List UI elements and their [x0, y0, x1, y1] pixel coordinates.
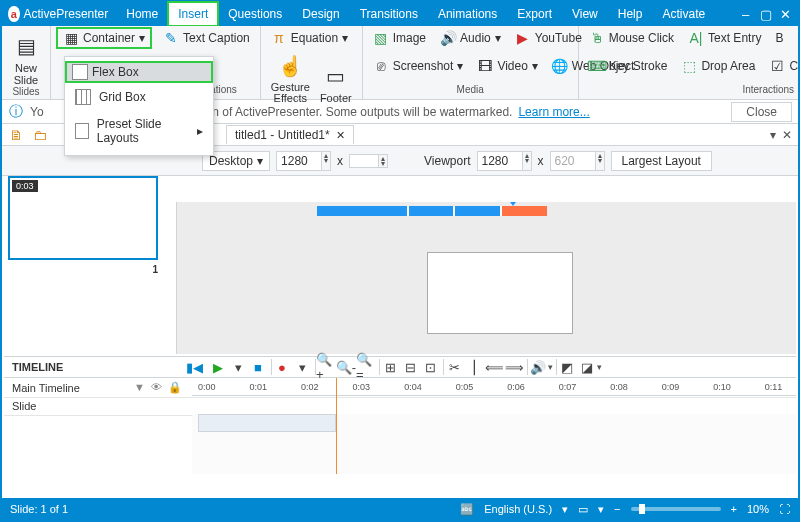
- close-panel-icon[interactable]: ✕: [782, 128, 792, 142]
- timeline-ruler[interactable]: 0:00 0:01 0:02 0:03 0:04 0:05 0:06 0:07 …: [192, 378, 796, 396]
- folder-icon[interactable]: 🗀: [32, 127, 48, 143]
- chevron-down-icon[interactable]: ▾: [597, 362, 602, 372]
- record-icon[interactable]: ●: [272, 357, 292, 377]
- record-dropdown-icon[interactable]: ▾: [292, 357, 312, 377]
- extra-c-button[interactable]: ☑C: [765, 56, 800, 76]
- viewport-height-input[interactable]: 620: [550, 151, 596, 171]
- responsive-marker-icon[interactable]: [507, 202, 519, 206]
- chevron-down-icon[interactable]: ▾: [562, 503, 568, 516]
- youtube-button[interactable]: ▶YouTube: [511, 28, 586, 48]
- snap-3-icon[interactable]: ⊡: [420, 357, 440, 377]
- document-tab-close-icon[interactable]: ✕: [336, 129, 345, 142]
- gesture-button[interactable]: ☝ Gesture Effects: [267, 48, 314, 104]
- zoom-in-icon[interactable]: +: [731, 503, 737, 515]
- largest-layout-button[interactable]: Largest Layout: [611, 151, 712, 171]
- width-input[interactable]: 1280: [276, 151, 322, 171]
- playhead[interactable]: [336, 378, 337, 474]
- tab-help[interactable]: Help: [608, 2, 653, 26]
- tab-export[interactable]: Export: [507, 2, 562, 26]
- lock-icon[interactable]: 🔒: [168, 381, 182, 394]
- visibility-icon[interactable]: 👁: [151, 381, 162, 394]
- slide-clip[interactable]: [198, 414, 336, 432]
- document-tab[interactable]: titled1 - Untitled1* ✕: [226, 125, 354, 144]
- layout-view-icon[interactable]: ▭: [578, 503, 588, 516]
- play-icon[interactable]: ▶: [208, 357, 228, 377]
- chevron-down-icon[interactable]: ▾: [598, 503, 604, 516]
- viewport-width-input[interactable]: 1280: [477, 151, 523, 171]
- info-close-button[interactable]: Close: [731, 102, 792, 122]
- equation-icon: π: [271, 30, 287, 46]
- window-minimize-icon[interactable]: –: [735, 2, 755, 26]
- slide-canvas[interactable]: [427, 252, 573, 334]
- grid-box-label: Grid Box: [99, 90, 146, 104]
- tab-view[interactable]: View: [562, 2, 608, 26]
- zoom-fit-icon[interactable]: 🔍=: [356, 357, 376, 377]
- chevron-down-icon: ▾: [139, 31, 145, 45]
- height-spinner[interactable]: ▴▾: [379, 154, 388, 168]
- window-maximize-icon[interactable]: ▢: [756, 2, 776, 26]
- slide-count-label: Slide: 1 of 1: [10, 503, 68, 515]
- height-input[interactable]: [349, 154, 379, 168]
- zoom-in-icon[interactable]: 🔍+: [316, 357, 336, 377]
- image-button[interactable]: ▧Image: [369, 28, 430, 48]
- crop-start-icon[interactable]: ⟸: [484, 357, 504, 377]
- tab-animations[interactable]: Animations: [428, 2, 507, 26]
- extra-b-button[interactable]: B: [771, 28, 787, 48]
- mouse-click-button[interactable]: 🖱Mouse Click: [585, 28, 678, 48]
- snap-1-icon[interactable]: ⊞: [380, 357, 400, 377]
- footer-button[interactable]: ▭ Footer: [316, 58, 356, 104]
- responsive-bar[interactable]: [317, 206, 547, 216]
- fit-screen-icon[interactable]: ⛶: [779, 503, 790, 515]
- tab-transitions[interactable]: Transitions: [350, 2, 428, 26]
- stop-icon[interactable]: ■: [248, 357, 268, 377]
- cut-icon[interactable]: ✂: [444, 357, 464, 377]
- zoom-out-icon[interactable]: −: [614, 503, 620, 515]
- container-menu-grid-box[interactable]: Grid Box: [65, 83, 213, 111]
- new-slide-button[interactable]: ▤ New Slide: [8, 28, 44, 86]
- tab-design[interactable]: Design: [292, 2, 349, 26]
- container-menu-presets[interactable]: Preset Slide Layouts ▸: [65, 111, 213, 151]
- zoom-slider[interactable]: [631, 507, 721, 511]
- chevron-down-icon[interactable]: ▼: [134, 381, 145, 394]
- tick-4: 0:04: [404, 382, 422, 392]
- language-icon[interactable]: 🔤: [460, 503, 474, 516]
- tab-insert[interactable]: Insert: [168, 2, 218, 26]
- file-icon[interactable]: 🗎: [8, 127, 24, 143]
- youtube-icon: ▶: [515, 30, 531, 46]
- canvas-area[interactable]: [176, 202, 796, 354]
- crop-end-icon[interactable]: ⟹: [504, 357, 524, 377]
- text-caption-button[interactable]: ✎ Text Caption: [159, 28, 254, 48]
- key-stroke-button[interactable]: ⌨Key Stroke: [585, 56, 672, 76]
- drop-area-button[interactable]: ⬚Drop Area: [677, 56, 759, 76]
- timeline-row-slide[interactable]: Slide: [4, 396, 796, 416]
- window-close-icon[interactable]: ✕: [776, 2, 796, 26]
- tab-home[interactable]: Home: [116, 2, 168, 26]
- screenshot-button[interactable]: ⎚Screenshot▾: [369, 56, 468, 76]
- width-spinner[interactable]: ▴▾: [322, 151, 331, 171]
- split-icon[interactable]: ⎮: [464, 357, 484, 377]
- tab-activate[interactable]: Activate Product: [652, 2, 735, 26]
- filter-icon[interactable]: ◩: [557, 357, 577, 377]
- video-button[interactable]: 🎞Video▾: [473, 56, 541, 76]
- timeline-tracks[interactable]: [192, 414, 796, 474]
- pin-icon[interactable]: ▾: [770, 128, 776, 142]
- zoom-out-icon[interactable]: 🔍-: [336, 357, 356, 377]
- learn-more-link[interactable]: Learn more...: [518, 105, 589, 119]
- container-menu-flex-box[interactable]: Flex Box: [65, 61, 213, 83]
- slide-thumbnail-1[interactable]: 0:03: [8, 176, 158, 260]
- equation-button[interactable]: π Equation ▾: [267, 28, 352, 48]
- rewind-icon[interactable]: ▮◀: [184, 357, 204, 377]
- zoom-knob[interactable]: [639, 504, 645, 514]
- viewport-height-spinner[interactable]: ▴▾: [596, 151, 605, 171]
- container-dropdown-button[interactable]: ▦ Container ▾: [57, 28, 151, 48]
- snap-2-icon[interactable]: ⊟: [400, 357, 420, 377]
- language-label[interactable]: English (U.S.): [484, 503, 552, 515]
- play-dropdown-icon[interactable]: ▾: [228, 357, 248, 377]
- filter2-icon[interactable]: ◪: [577, 357, 597, 377]
- audio-button[interactable]: 🔊Audio▾: [436, 28, 505, 48]
- text-entry-button[interactable]: A|Text Entry: [684, 28, 765, 48]
- volume-icon[interactable]: 🔊: [528, 357, 548, 377]
- tab-questions[interactable]: Questions: [218, 2, 292, 26]
- thumbnails-panel: 0:03 1: [4, 172, 174, 342]
- viewport-width-spinner[interactable]: ▴▾: [523, 151, 532, 171]
